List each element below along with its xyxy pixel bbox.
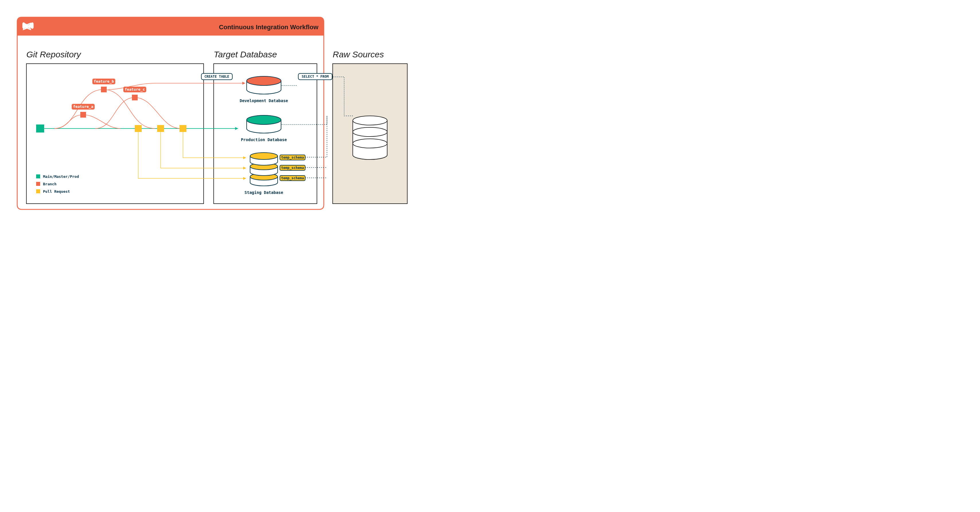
svg-rect-44 bbox=[36, 189, 40, 193]
svg-rect-13 bbox=[157, 125, 164, 132]
prod-db-icon bbox=[247, 115, 281, 133]
git-heading: Git Repository bbox=[26, 49, 81, 59]
legend: Main/Master/Prod Branch Pull Request bbox=[36, 174, 79, 194]
pr-arrows bbox=[138, 132, 246, 180]
svg-text:feature_a: feature_a bbox=[73, 104, 94, 109]
svg-text:temp_schema: temp_schema bbox=[281, 176, 304, 180]
svg-marker-16 bbox=[242, 82, 245, 84]
svg-text:temp_schema: temp_schema bbox=[281, 156, 304, 160]
staging-db-icon bbox=[250, 153, 278, 186]
svg-point-25 bbox=[247, 115, 281, 124]
dev-db-label: Development Database bbox=[240, 99, 288, 103]
temp-schema-pill-0: temp_schema bbox=[280, 155, 305, 160]
legend-pr: Pull Request bbox=[43, 189, 70, 194]
svg-marker-21 bbox=[243, 156, 246, 159]
svg-point-29 bbox=[250, 153, 278, 159]
temp-schema-pill-2: temp_schema bbox=[280, 175, 305, 181]
svg-rect-43 bbox=[36, 182, 40, 186]
feature-a-badge: feature_a bbox=[72, 104, 95, 110]
window-title: Continuous Integration Workflow bbox=[219, 24, 319, 31]
svg-marker-19 bbox=[243, 177, 246, 180]
create-table-pill: CREATE TABLE bbox=[201, 73, 232, 80]
dev-db-icon bbox=[247, 76, 281, 94]
svg-text:temp_schema: temp_schema bbox=[281, 166, 304, 170]
svg-rect-14 bbox=[180, 125, 186, 132]
svg-rect-42 bbox=[36, 174, 40, 178]
svg-rect-2 bbox=[36, 124, 44, 132]
svg-rect-5 bbox=[132, 95, 138, 100]
svg-rect-4 bbox=[101, 87, 107, 92]
staging-db-label: Staging Database bbox=[245, 190, 283, 195]
svg-marker-20 bbox=[243, 167, 246, 170]
raw-heading: Raw Sources bbox=[332, 49, 384, 59]
svg-text:SELECT * FROM: SELECT * FROM bbox=[302, 75, 329, 79]
svg-text:CREATE TABLE: CREATE TABLE bbox=[205, 75, 229, 79]
svg-point-39 bbox=[353, 116, 387, 125]
prod-db-label: Production Database bbox=[241, 137, 287, 142]
legend-main: Main/Master/Prod bbox=[43, 174, 79, 179]
svg-text:feature_b: feature_b bbox=[94, 79, 114, 84]
svg-point-23 bbox=[247, 76, 281, 86]
svg-rect-12 bbox=[135, 125, 142, 132]
feature-c-badge: feature_c bbox=[123, 87, 146, 92]
raw-db-icon bbox=[353, 116, 387, 159]
svg-marker-1 bbox=[235, 127, 238, 130]
target-heading: Target Database bbox=[214, 49, 277, 59]
feature-b-badge: feature_b bbox=[92, 79, 115, 84]
svg-text:feature_c: feature_c bbox=[125, 87, 145, 92]
temp-schema-pill-1: temp_schema bbox=[280, 165, 305, 170]
create-table-arrow bbox=[201, 82, 245, 84]
select-from-pill: SELECT * FROM bbox=[298, 73, 332, 80]
legend-branch: Branch bbox=[43, 182, 57, 186]
svg-rect-3 bbox=[80, 112, 86, 118]
